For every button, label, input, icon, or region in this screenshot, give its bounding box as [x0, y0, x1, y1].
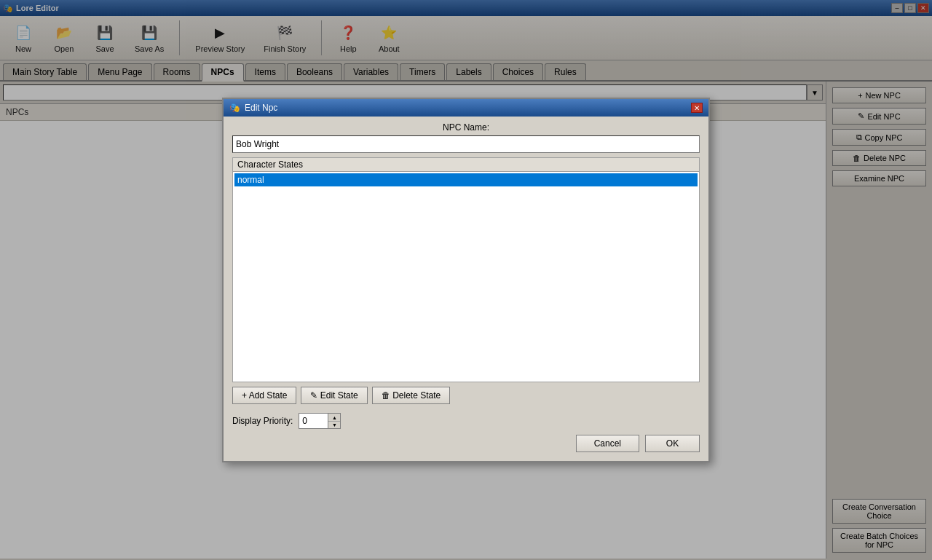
priority-arrows: ▲ ▼: [328, 414, 340, 428]
delete-state-button[interactable]: 🗑 Delete State: [372, 387, 450, 404]
character-states-header: Character States: [232, 157, 700, 171]
priority-up-button[interactable]: ▲: [328, 414, 340, 421]
priority-input[interactable]: [299, 414, 328, 428]
character-states-list[interactable]: normal: [232, 171, 700, 382]
modal-body: NPC Name: Character States normal + Add …: [224, 117, 708, 461]
modal-title-icon: 🎭: [229, 103, 240, 113]
priority-input-wrap: ▲ ▼: [299, 413, 341, 429]
priority-label: Display Priority:: [232, 416, 293, 426]
modal-ok-cancel: Cancel OK: [232, 429, 700, 455]
npc-name-label: NPC Name:: [232, 122, 700, 133]
ok-button[interactable]: OK: [645, 435, 700, 452]
modal-state-buttons: + Add State ✎ Edit State 🗑 Delete State: [232, 382, 700, 409]
modal-overlay: 🎭 Edit Npc ✕ NPC Name: Character States …: [0, 0, 932, 560]
state-item-normal[interactable]: normal: [234, 173, 698, 186]
add-state-button[interactable]: + Add State: [232, 387, 296, 404]
edit-state-button[interactable]: ✎ Edit State: [301, 387, 367, 404]
cancel-button[interactable]: Cancel: [576, 435, 639, 452]
modal-titlebar: 🎭 Edit Npc ✕: [224, 99, 708, 117]
delete-state-icon: 🗑: [382, 390, 390, 401]
priority-row: Display Priority: ▲ ▼: [232, 413, 700, 429]
edit-npc-dialog: 🎭 Edit Npc ✕ NPC Name: Character States …: [222, 98, 710, 462]
priority-down-button[interactable]: ▼: [328, 421, 340, 428]
modal-close-button[interactable]: ✕: [691, 103, 703, 113]
add-state-icon: +: [242, 390, 247, 401]
edit-state-icon: ✎: [310, 390, 317, 401]
modal-title: 🎭 Edit Npc: [229, 103, 277, 113]
npc-name-input[interactable]: [232, 135, 700, 153]
